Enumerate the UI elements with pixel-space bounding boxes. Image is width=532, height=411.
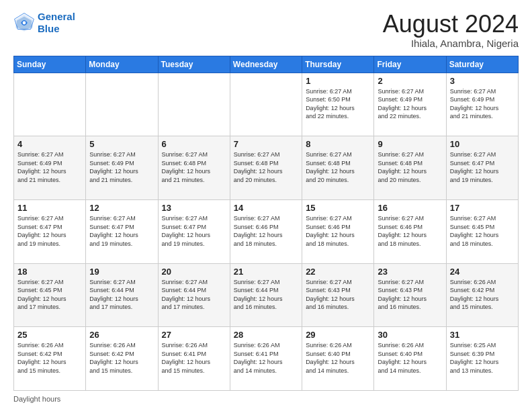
day-info: Sunrise: 6:26 AM Sunset: 6:42 PM Dayligh… [17, 341, 82, 375]
calendar-cell: 10Sunrise: 6:27 AM Sunset: 6:47 PM Dayli… [446, 136, 518, 200]
header: General Blue August 2024 Ihiala, Anambra… [13, 11, 519, 49]
day-info: Sunrise: 6:27 AM Sunset: 6:49 PM Dayligh… [17, 150, 82, 184]
day-number: 2 [378, 76, 442, 86]
calendar-cell: 27Sunrise: 6:26 AM Sunset: 6:41 PM Dayli… [158, 327, 230, 391]
calendar-cell: 26Sunrise: 6:26 AM Sunset: 6:42 PM Dayli… [86, 327, 158, 391]
day-info: Sunrise: 6:27 AM Sunset: 6:44 PM Dayligh… [234, 278, 298, 312]
day-info: Sunrise: 6:26 AM Sunset: 6:41 PM Dayligh… [234, 341, 298, 375]
calendar-week-row: 1Sunrise: 6:27 AM Sunset: 6:50 PM Daylig… [14, 73, 519, 136]
calendar-cell: 30Sunrise: 6:26 AM Sunset: 6:40 PM Dayli… [374, 327, 446, 391]
calendar-col-header: Monday [86, 56, 158, 73]
calendar-col-header: Thursday [302, 56, 374, 73]
calendar-cell: 29Sunrise: 6:26 AM Sunset: 6:40 PM Dayli… [302, 327, 374, 391]
calendar-cell: 2Sunrise: 6:27 AM Sunset: 6:49 PM Daylig… [374, 73, 446, 136]
calendar-cell: 19Sunrise: 6:27 AM Sunset: 6:44 PM Dayli… [86, 263, 158, 327]
day-info: Sunrise: 6:27 AM Sunset: 6:49 PM Dayligh… [378, 87, 442, 121]
calendar-cell: 13Sunrise: 6:27 AM Sunset: 6:47 PM Dayli… [158, 199, 230, 263]
day-info: Sunrise: 6:27 AM Sunset: 6:47 PM Dayligh… [89, 214, 154, 248]
day-number: 15 [306, 203, 370, 213]
calendar-week-row: 25Sunrise: 6:26 AM Sunset: 6:42 PM Dayli… [14, 327, 519, 391]
calendar-col-header: Saturday [446, 56, 518, 73]
day-info: Sunrise: 6:27 AM Sunset: 6:47 PM Dayligh… [17, 214, 82, 248]
calendar-cell: 8Sunrise: 6:27 AM Sunset: 6:48 PM Daylig… [302, 136, 374, 200]
calendar-cell: 5Sunrise: 6:27 AM Sunset: 6:49 PM Daylig… [86, 136, 158, 200]
calendar-cell [158, 73, 230, 136]
calendar-col-header: Wednesday [230, 56, 302, 73]
calendar-cell: 3Sunrise: 6:27 AM Sunset: 6:49 PM Daylig… [446, 73, 518, 136]
day-number: 30 [378, 330, 442, 340]
day-number: 20 [162, 267, 226, 277]
footer-label: Daylight hours [13, 395, 60, 403]
day-number: 17 [450, 203, 515, 213]
day-info: Sunrise: 6:25 AM Sunset: 6:39 PM Dayligh… [450, 341, 515, 375]
calendar-week-row: 11Sunrise: 6:27 AM Sunset: 6:47 PM Dayli… [14, 199, 519, 263]
calendar-col-header: Sunday [14, 56, 86, 73]
day-info: Sunrise: 6:27 AM Sunset: 6:49 PM Dayligh… [89, 150, 154, 184]
calendar-cell: 16Sunrise: 6:27 AM Sunset: 6:46 PM Dayli… [374, 199, 446, 263]
day-number: 22 [306, 267, 370, 277]
day-info: Sunrise: 6:27 AM Sunset: 6:50 PM Dayligh… [306, 87, 370, 121]
logo-line1: General [38, 11, 75, 22]
calendar-cell: 12Sunrise: 6:27 AM Sunset: 6:47 PM Dayli… [86, 199, 158, 263]
calendar-cell: 20Sunrise: 6:27 AM Sunset: 6:44 PM Dayli… [158, 263, 230, 327]
day-info: Sunrise: 6:27 AM Sunset: 6:45 PM Dayligh… [450, 214, 515, 248]
calendar-cell: 18Sunrise: 6:27 AM Sunset: 6:45 PM Dayli… [14, 263, 86, 327]
calendar-cell: 4Sunrise: 6:27 AM Sunset: 6:49 PM Daylig… [14, 136, 86, 200]
calendar-cell: 1Sunrise: 6:27 AM Sunset: 6:50 PM Daylig… [302, 73, 374, 136]
day-number: 13 [162, 203, 226, 213]
title-block: August 2024 Ihiala, Anambra, Nigeria [383, 11, 519, 49]
day-number: 25 [17, 330, 82, 340]
day-number: 28 [234, 330, 298, 340]
calendar-cell: 24Sunrise: 6:26 AM Sunset: 6:42 PM Dayli… [446, 263, 518, 327]
location: Ihiala, Anambra, Nigeria [383, 38, 519, 49]
day-number: 7 [234, 139, 298, 149]
day-info: Sunrise: 6:27 AM Sunset: 6:48 PM Dayligh… [234, 150, 298, 184]
day-number: 8 [306, 139, 370, 149]
day-number: 29 [306, 330, 370, 340]
day-info: Sunrise: 6:27 AM Sunset: 6:45 PM Dayligh… [17, 278, 82, 312]
calendar-header-row: SundayMondayTuesdayWednesdayThursdayFrid… [14, 56, 519, 73]
day-number: 10 [450, 139, 515, 149]
calendar-col-header: Tuesday [158, 56, 230, 73]
day-info: Sunrise: 6:26 AM Sunset: 6:42 PM Dayligh… [450, 278, 515, 312]
day-number: 16 [378, 203, 442, 213]
calendar-table: SundayMondayTuesdayWednesdayThursdayFrid… [13, 56, 519, 391]
day-info: Sunrise: 6:27 AM Sunset: 6:48 PM Dayligh… [162, 150, 226, 184]
day-number: 18 [17, 267, 82, 277]
day-number: 27 [162, 330, 226, 340]
day-number: 24 [450, 267, 515, 277]
calendar-cell: 31Sunrise: 6:25 AM Sunset: 6:39 PM Dayli… [446, 327, 518, 391]
day-info: Sunrise: 6:26 AM Sunset: 6:40 PM Dayligh… [306, 341, 370, 375]
calendar-cell: 11Sunrise: 6:27 AM Sunset: 6:47 PM Dayli… [14, 199, 86, 263]
calendar-cell: 17Sunrise: 6:27 AM Sunset: 6:45 PM Dayli… [446, 199, 518, 263]
calendar-cell [230, 73, 302, 136]
day-number: 1 [306, 76, 370, 86]
logo-icon [13, 12, 35, 34]
footer: Daylight hours [13, 395, 519, 403]
day-number: 3 [450, 76, 515, 86]
calendar-cell: 7Sunrise: 6:27 AM Sunset: 6:48 PM Daylig… [230, 136, 302, 200]
calendar-cell: 21Sunrise: 6:27 AM Sunset: 6:44 PM Dayli… [230, 263, 302, 327]
logo-text: General Blue [38, 11, 75, 35]
day-info: Sunrise: 6:26 AM Sunset: 6:42 PM Dayligh… [89, 341, 154, 375]
day-info: Sunrise: 6:27 AM Sunset: 6:47 PM Dayligh… [450, 150, 515, 184]
day-info: Sunrise: 6:27 AM Sunset: 6:43 PM Dayligh… [306, 278, 370, 312]
calendar-week-row: 18Sunrise: 6:27 AM Sunset: 6:45 PM Dayli… [14, 263, 519, 327]
day-info: Sunrise: 6:27 AM Sunset: 6:48 PM Dayligh… [378, 150, 442, 184]
logo-line2: Blue [38, 23, 60, 34]
day-number: 4 [17, 139, 82, 149]
day-number: 23 [378, 267, 442, 277]
day-info: Sunrise: 6:27 AM Sunset: 6:44 PM Dayligh… [162, 278, 226, 312]
page: General Blue August 2024 Ihiala, Anambra… [0, 0, 532, 411]
day-number: 14 [234, 203, 298, 213]
day-info: Sunrise: 6:27 AM Sunset: 6:48 PM Dayligh… [306, 150, 370, 184]
calendar-cell [86, 73, 158, 136]
day-info: Sunrise: 6:27 AM Sunset: 6:47 PM Dayligh… [162, 214, 226, 248]
day-info: Sunrise: 6:27 AM Sunset: 6:43 PM Dayligh… [378, 278, 442, 312]
calendar-cell: 9Sunrise: 6:27 AM Sunset: 6:48 PM Daylig… [374, 136, 446, 200]
calendar-cell: 28Sunrise: 6:26 AM Sunset: 6:41 PM Dayli… [230, 327, 302, 391]
day-number: 21 [234, 267, 298, 277]
day-info: Sunrise: 6:27 AM Sunset: 6:44 PM Dayligh… [89, 278, 154, 312]
logo: General Blue [13, 11, 75, 35]
calendar-cell [14, 73, 86, 136]
